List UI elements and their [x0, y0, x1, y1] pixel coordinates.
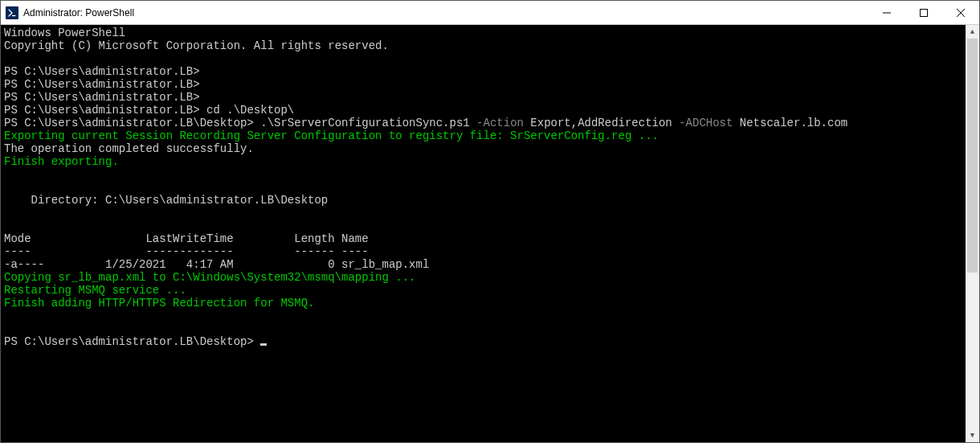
prompt-prefix: PS C:\Users\administrator.LB\Desktop> — [4, 117, 260, 129]
powershell-window: Administrator: PowerShell Windows PowerS… — [0, 0, 980, 443]
banner-line2: Copyright (C) Microsoft Corporation. All… — [4, 39, 389, 52]
prompt-line: PS C:\Users\administrator.LB> — [4, 91, 200, 104]
svg-rect-0 — [921, 9, 928, 16]
output-line: Finish adding HTTP/HTTPS Redirection for… — [4, 297, 314, 310]
output-line: The operation completed successfully. — [4, 142, 254, 155]
scroll-track[interactable] — [966, 39, 979, 429]
param-value: Export,AddRedirection — [524, 117, 672, 129]
script-name: .\SrServerConfigurationSync.ps1 — [260, 117, 469, 129]
terminal[interactable]: Windows PowerShell Copyright (C) Microso… — [1, 25, 966, 442]
cursor — [260, 343, 267, 346]
terminal-wrap: Windows PowerShell Copyright (C) Microso… — [1, 25, 979, 442]
param-name: -ADCHost — [672, 117, 733, 129]
scrollbar[interactable]: ▲ ▼ — [966, 25, 979, 442]
output-line: Exporting current Session Recording Serv… — [4, 129, 659, 142]
scroll-thumb[interactable] — [967, 39, 978, 273]
directory-header: Directory: C:\Users\administrator.LB\Des… — [4, 194, 328, 207]
output-line: Finish exporting. — [4, 155, 119, 168]
banner-line1: Windows PowerShell — [4, 27, 125, 39]
param-name: -Action — [470, 117, 524, 129]
prompt-line: PS C:\Users\administrator.LB> — [4, 78, 200, 91]
window-title: Administrator: PowerShell — [23, 7, 134, 18]
command-text: cd .\Desktop\ — [206, 104, 294, 117]
table-row: -a---- 1/25/2021 4:17 AM 0 sr_lb_map.xml — [4, 258, 429, 271]
scroll-up-arrow-icon[interactable]: ▲ — [966, 25, 979, 39]
output-line: Copying sr_lb_map.xml to C:\Windows\Syst… — [4, 271, 415, 284]
close-button[interactable] — [942, 1, 979, 24]
titlebar[interactable]: Administrator: PowerShell — [1, 1, 979, 25]
table-header: Mode LastWriteTime Length Name — [4, 232, 369, 245]
param-value: Netscaler.lb.com — [733, 117, 847, 129]
prompt-prefix: PS C:\Users\administrator.LB> — [4, 104, 206, 117]
maximize-button[interactable] — [905, 1, 942, 24]
scroll-down-arrow-icon[interactable]: ▼ — [966, 429, 979, 442]
table-separator: ---- ------------- ------ ---- — [4, 245, 369, 258]
window-controls — [868, 1, 979, 24]
powershell-icon — [6, 6, 18, 19]
output-line: Restarting MSMQ service ... — [4, 284, 186, 297]
prompt-line: PS C:\Users\administrator.LB> — [4, 65, 200, 78]
titlebar-left: Administrator: PowerShell — [1, 1, 134, 24]
prompt-prefix: PS C:\Users\administrator.LB\Desktop> — [4, 335, 260, 348]
minimize-button[interactable] — [868, 1, 905, 24]
